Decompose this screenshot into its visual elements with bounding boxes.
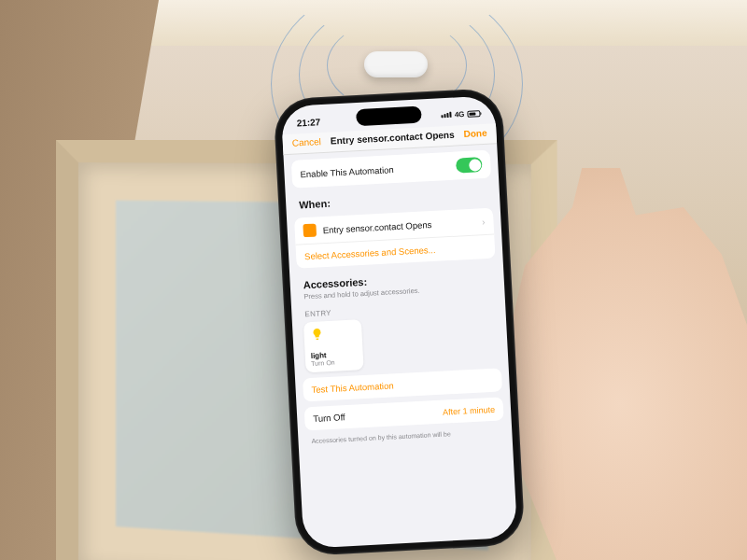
accessory-tile-light[interactable]: light Turn On [303,319,364,372]
network-label: 4G [455,110,465,119]
turnoff-card: Turn Off After 1 minute [304,397,504,430]
enable-automation-row[interactable]: Enable This Automation [291,150,491,189]
cellular-signal-icon [442,112,452,119]
done-button[interactable]: Done [463,128,487,139]
sensor-tile-icon [303,224,317,238]
test-automation-label: Test This Automation [311,380,393,395]
phone-screen: 21:27 4G Cancel Entry sensor.contact Ope… [281,95,517,548]
dynamic-island [356,105,422,126]
test-automation-button[interactable]: Test This Automation [303,368,502,401]
chevron-right-icon: › [482,217,486,227]
enable-toggle[interactable] [456,157,483,173]
lightbulb-icon [309,327,325,343]
turn-off-value: After 1 minute [443,404,495,416]
contact-sensor-device [364,51,428,77]
select-accessories-label: Select Accessories and Scenes... [304,245,436,261]
when-card: Entry sensor.contact Opens › Select Acce… [294,208,496,269]
phone-mockup: 21:27 4G Cancel Entry sensor.contact Ope… [273,88,525,556]
enable-card: Enable This Automation [291,150,491,189]
turn-off-row[interactable]: Turn Off After 1 minute [304,397,504,430]
when-trigger-label: Entry sensor.contact Opens [322,219,431,235]
status-time: 21:27 [296,117,320,128]
test-card: Test This Automation [303,368,502,401]
accessory-tile-state: Turn On [311,357,358,367]
page-title: Entry sensor.contact Opens [321,129,464,147]
enable-label: Enable This Automation [300,164,394,179]
turn-off-label: Turn Off [313,412,345,424]
automation-form: Enable This Automation When: Entry senso… [283,144,517,548]
cancel-button[interactable]: Cancel [292,136,322,148]
battery-icon [467,110,480,118]
